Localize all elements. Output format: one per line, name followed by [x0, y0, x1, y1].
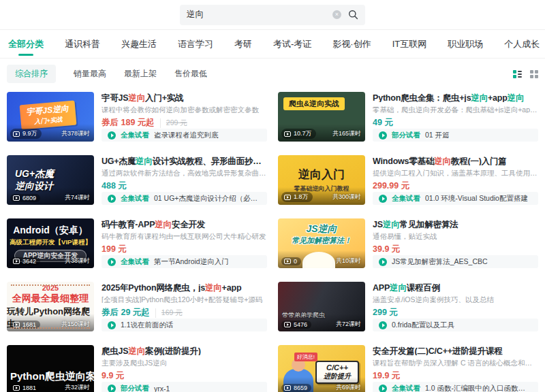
course-thumbnail[interactable]: 2025全网最全最细整理玩转儿Python网络爬虫1681共150课时: [7, 282, 94, 331]
trial-play-icon: [379, 385, 387, 392]
title-keyword-highlight: 逆向: [434, 157, 451, 165]
lesson-count: 共72课时: [336, 320, 361, 329]
title-keyword-highlight: 逆向: [155, 220, 172, 229]
sort-option-综合排序[interactable]: 综合排序: [7, 65, 56, 83]
first-lesson-title: JS常见加解密算法_AES_CBC: [392, 257, 488, 267]
price-current: 299 元: [373, 307, 398, 318]
course-info: 安全开发篇(二)C/C++进阶提升课程课程旨在帮助学员深入理解 C 语言的核心概…: [373, 345, 538, 392]
course-card[interactable]: UG+杰魔逆向设计6809共74课时UG+杰魔逆向设计实战教程、异形曲面抄数逆向…: [7, 155, 267, 205]
title-text: 课程百例: [407, 283, 440, 292]
course-thumbnail[interactable]: JS逆向常见加解密算法！0共10课时: [278, 218, 365, 268]
course-thumbnail[interactable]: 爬虫&逆向实战10.7万共165课时: [278, 92, 365, 142]
tab-兴趣生活[interactable]: 兴趣生活: [120, 30, 158, 59]
course-description: 通过两款软件新方法结合，高效地完成异形复杂曲面的逆向设计工作: [102, 169, 267, 176]
trial-row[interactable]: 全集试看01.0 环境-Visual Studio配置搭建: [373, 192, 538, 205]
thumbnail-text: 爬虫&逆向实战: [283, 97, 345, 110]
play-icon: [13, 195, 20, 201]
thumbnail-text: Android（安卓）: [13, 225, 88, 237]
title-text: Python爬虫全集：爬虫+js: [373, 93, 471, 102]
course-card[interactable]: 爬虫&逆向实战10.7万共165课时Python爬虫全集：爬虫+js逆向+app…: [278, 92, 538, 142]
trial-row[interactable]: 全集试看第一节Android逆向入门: [102, 255, 267, 268]
search-query-text: 逆向: [187, 9, 332, 20]
thumbnail-stats: 9.9万共378课时: [10, 129, 90, 139]
course-description: 主要涉及爬虫JS逆向: [102, 359, 267, 366]
trial-row[interactable]: 全集试看盗录课程者追究到底: [102, 129, 267, 142]
trial-row[interactable]: 全集试看01 UG+杰魔逆向设计介绍（必看）: [102, 192, 267, 205]
course-thumbnail[interactable]: Python爬虫逆向案例1881共32课时: [7, 345, 94, 392]
trial-row[interactable]: JS常见加解密算法_AES_CBC: [373, 255, 538, 268]
course-title[interactable]: 安全开发篇(二)C/C++进阶提升课程: [373, 346, 538, 355]
course-description: 课程中将会教你如何逆向加密参数或解密密文参数: [102, 105, 267, 113]
views-count: 8659: [281, 384, 311, 392]
course-card[interactable]: Python爬虫逆向案例1881共32课时爬虫JS逆向案例(进阶提升)主要涉及爬…: [7, 345, 267, 392]
course-card[interactable]: 2025全网最全最细整理玩转儿Python网络爬虫1681共150课时2025年…: [7, 282, 267, 331]
trial-row[interactable]: 0.frida配置以及工具: [373, 318, 538, 331]
sort-option-售价最低[interactable]: 售价最低: [174, 68, 207, 80]
tab-语言学习[interactable]: 语言学习: [176, 30, 215, 59]
course-thumbnail[interactable]: 逆向入门零基础逆向入门教程1.8万共300课时: [278, 155, 365, 205]
course-title[interactable]: 宇哥JS逆向入门+实战: [102, 93, 267, 102]
trial-row[interactable]: 部分试看yrx-1: [102, 382, 267, 392]
trial-row[interactable]: 全集试看1.0 函数-汇编眼中的入口函数参数: [373, 382, 538, 392]
list-view-icon[interactable]: [513, 70, 522, 78]
views-count: 5476: [281, 321, 311, 329]
sort-option-销量最高[interactable]: 销量最高: [74, 68, 106, 80]
sort-option-最新上架[interactable]: 最新上架: [124, 68, 157, 80]
tab-个人成长[interactable]: 个人成长: [503, 30, 541, 59]
course-card[interactable]: 逆向入门零基础逆向入门教程1.8万共300课时Windows零基础逆向教程(一)…: [278, 155, 538, 205]
tab-通识科普[interactable]: 通识科普: [63, 30, 102, 59]
play-icon: [13, 385, 20, 391]
price-row: 券后 189 元起299 元: [102, 117, 267, 129]
course-title[interactable]: APP逆向课程百例: [373, 282, 538, 292]
course-thumbnail[interactable]: 宇哥JS逆向入门+实战9.9万共378课时: [7, 92, 94, 142]
search-input[interactable]: 逆向 ×: [180, 5, 365, 25]
course-card[interactable]: 好消息!C/C++进阶提升8659共69课时安全开发篇(二)C/C++进阶提升课…: [278, 345, 538, 392]
play-icon: [13, 131, 20, 137]
thumbnail-text: 全网最全最细整理: [12, 293, 89, 305]
trial-play-icon: [108, 258, 116, 266]
course-title[interactable]: 2025年Python网络爬虫，js逆向+app: [102, 282, 267, 292]
course-title[interactable]: UG+杰魔逆向设计实战教程、异形曲面抄数逆向建模: [102, 156, 267, 165]
course-title[interactable]: 爬虫JS逆向案例(进阶提升): [102, 346, 267, 355]
trial-play-icon: [379, 258, 387, 266]
course-list: 宇哥JS逆向入门+实战9.9万共378课时宇哥JS逆向入门+实战课程中将会教你如…: [0, 91, 545, 392]
course-thumbnail[interactable]: Android（安卓）高级工程师开发【VIP课程】APP逆向安全开发3642共3…: [7, 218, 94, 268]
thumbnail-text: 高级工程师开发【VIP课程】: [10, 238, 91, 247]
course-card[interactable]: JS逆向常见加解密算法！0共10课时JS逆向常见加解密算法通俗易懂，贴近实战39…: [278, 218, 538, 268]
price-current: 299.99 元: [373, 180, 409, 192]
course-thumbnail[interactable]: 好消息!C/C++进阶提升8659共69课时: [278, 345, 365, 392]
course-card[interactable]: 宇哥JS逆向入门+实战9.9万共378课时宇哥JS逆向入门+实战课程中将会教你如…: [7, 92, 267, 142]
title-text: 常见加解密算法: [400, 220, 458, 229]
tab-影视·创作[interactable]: 影视·创作: [331, 30, 372, 59]
magnifier-icon[interactable]: [348, 10, 358, 20]
tab-IT互联网[interactable]: IT互联网: [391, 30, 429, 59]
course-title[interactable]: JS逆向常见加解密算法: [373, 219, 538, 229]
trial-play-icon: [379, 131, 387, 140]
course-card[interactable]: 带带弟弟学爬虫5476共72课时APP逆向课程百例涵盖安卓/iOS逆向案例技巧、…: [278, 282, 538, 331]
thumbnail-text: UG+杰魔: [15, 168, 94, 180]
course-thumbnail[interactable]: UG+杰魔逆向设计6809共74课时: [7, 155, 94, 205]
lesson-count: 共74课时: [65, 193, 90, 202]
course-title[interactable]: 码牛教育-APP逆向安全开发: [102, 219, 267, 229]
thumbnail-stats: 10.7万共165课时: [281, 129, 361, 139]
price-row: 49 元: [373, 117, 538, 129]
first-lesson-title: yrx-1: [154, 385, 170, 392]
course-card[interactable]: Android（安卓）高级工程师开发【VIP课程】APP逆向安全开发3642共3…: [7, 218, 267, 268]
title-text: 爬虫JS: [102, 346, 129, 355]
trial-row[interactable]: 部分试看01 开篇: [373, 129, 538, 142]
course-title[interactable]: Python爬虫全集：爬虫+js逆向+app逆向: [373, 93, 538, 102]
grid-view-icon[interactable]: [530, 70, 538, 78]
tab-全部分类[interactable]: 全部分类: [7, 30, 45, 59]
course-title[interactable]: Windows零基础逆向教程(一)入门篇: [373, 156, 538, 165]
price-current: 9.9 元: [102, 370, 124, 382]
course-thumbnail[interactable]: 带带弟弟学爬虫5476共72课时: [278, 282, 365, 331]
price-row: 299.99 元: [373, 180, 538, 192]
trial-row[interactable]: 1.1说在前面的话: [102, 318, 267, 331]
page-header: 逆向 ×: [0, 0, 545, 30]
tab-考试-考证[interactable]: 考试-考证: [272, 30, 313, 59]
tab-职业职场[interactable]: 职业职场: [446, 30, 484, 59]
clear-circle-icon[interactable]: ×: [332, 10, 341, 19]
title-keyword-highlight: 逆向: [390, 283, 407, 292]
tab-考研[interactable]: 考研: [233, 30, 253, 59]
views-number: 0: [294, 258, 297, 265]
